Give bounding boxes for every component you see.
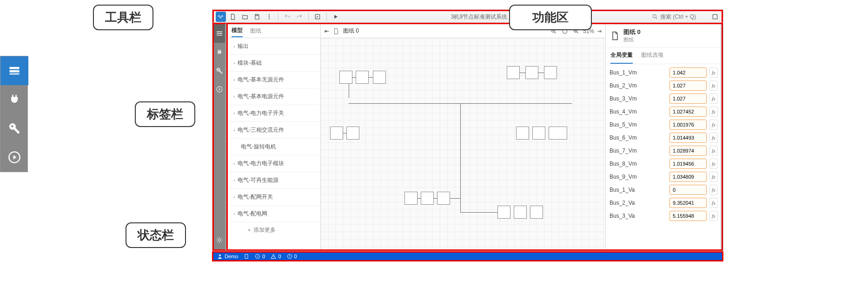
open-file-button[interactable] xyxy=(240,12,250,22)
detached-tab-plug[interactable] xyxy=(0,85,28,114)
prop-value-input[interactable] xyxy=(669,133,707,143)
prop-value-input[interactable] xyxy=(669,94,707,104)
scrollbar[interactable] xyxy=(720,24,723,251)
prop-name: Bus_3_Vm xyxy=(610,95,667,102)
tree-item[interactable]: ›电气-可再生能源 xyxy=(228,172,320,189)
wire xyxy=(349,84,349,98)
vtab-tools[interactable] xyxy=(214,61,225,80)
tree-item[interactable]: ›电气-配网开关 xyxy=(228,189,320,206)
fx-button[interactable]: fx xyxy=(709,80,718,91)
prop-row: Bus_8_Vmfx xyxy=(610,157,718,170)
circuit-block[interactable] xyxy=(356,71,369,84)
tree-item[interactable]: ›电气-基本电源元件 xyxy=(228,88,320,105)
tree-item[interactable]: ›电气-配电网 xyxy=(228,206,320,222)
vtab-settings[interactable] xyxy=(214,231,225,249)
prop-value-input[interactable] xyxy=(669,80,707,91)
circuit-block[interactable] xyxy=(514,206,527,219)
props-tab-options[interactable]: 图纸选项 xyxy=(641,47,663,64)
tree-item[interactable]: ›模块-基础 xyxy=(228,55,320,72)
circuit-block[interactable] xyxy=(516,127,529,140)
search-box[interactable] xyxy=(648,13,710,20)
separator xyxy=(326,13,327,21)
prop-value-input[interactable] xyxy=(669,120,707,130)
circuit-block[interactable] xyxy=(330,127,343,140)
save-button[interactable] xyxy=(252,12,262,22)
canvas-tab-label[interactable]: 图纸 0 xyxy=(343,27,359,35)
status-connection[interactable] xyxy=(244,254,249,259)
tree-add-more[interactable]: ＋ 添加更多 xyxy=(228,222,320,238)
prop-value-input[interactable] xyxy=(669,67,707,78)
prop-value-input[interactable] xyxy=(669,211,707,221)
global-vars-list[interactable]: Bus_1_VmfxBus_2_VmfxBus_3_VmfxBus_4_Vmfx… xyxy=(606,64,722,249)
status-info[interactable]: 0 xyxy=(255,254,265,259)
undo-button[interactable] xyxy=(282,12,292,22)
tree-item[interactable]: ›电气-基本无源元件 xyxy=(228,72,320,88)
status-user[interactable]: Demo xyxy=(217,254,238,259)
vtab-play[interactable] xyxy=(214,80,225,99)
fx-button[interactable]: fx xyxy=(709,172,718,182)
more-menu-button[interactable] xyxy=(264,12,274,22)
model-tree-list[interactable]: ›输出 ›模块-基础 ›电气-基本无源元件 ›电气-基本电源元件 ›电气-电力电… xyxy=(228,38,320,249)
prop-value-input[interactable] xyxy=(669,107,707,117)
tree-item[interactable]: ›电气-电力电子模块 xyxy=(228,155,320,172)
fx-button[interactable]: fx xyxy=(709,107,718,117)
circuit-block[interactable] xyxy=(404,192,417,205)
fullscreen-button[interactable] xyxy=(710,12,720,21)
circuit-block[interactable] xyxy=(530,206,543,219)
dock-left-icon[interactable]: ⇤ xyxy=(325,28,329,34)
server-icon xyxy=(244,254,249,259)
circuit-block[interactable] xyxy=(549,127,567,140)
props-title: 图纸 0 xyxy=(623,28,641,36)
svg-point-6 xyxy=(269,18,270,19)
circuit-block[interactable] xyxy=(339,71,352,84)
wire xyxy=(460,198,461,212)
prop-value-input[interactable] xyxy=(669,172,707,182)
circuit-block[interactable] xyxy=(373,71,386,84)
detached-tab-play[interactable] xyxy=(0,143,28,172)
fx-button[interactable]: fx xyxy=(709,146,718,156)
prop-value-input[interactable] xyxy=(669,146,707,156)
fx-button[interactable]: fx xyxy=(709,133,718,143)
detached-tab-tools[interactable] xyxy=(0,114,28,143)
vtab-model[interactable] xyxy=(214,24,225,43)
circuit-block[interactable] xyxy=(507,66,520,79)
fx-button[interactable]: fx xyxy=(709,67,718,78)
prop-value-input[interactable] xyxy=(669,159,707,169)
search-input[interactable] xyxy=(660,13,707,20)
fx-button[interactable]: fx xyxy=(709,94,718,104)
redo-button[interactable] xyxy=(294,12,305,22)
vtab-plug[interactable] xyxy=(214,43,225,61)
circuit-block[interactable] xyxy=(437,192,450,205)
circuit-block[interactable] xyxy=(532,127,545,140)
props-tab-globals[interactable]: 全局变量 xyxy=(610,47,633,64)
status-user-label: Demo xyxy=(225,254,238,259)
circuit-block[interactable] xyxy=(497,206,510,219)
app-logo[interactable] xyxy=(216,12,226,22)
tree-item[interactable]: 电气-旋转电机 xyxy=(228,139,320,155)
circuit-block[interactable] xyxy=(346,127,359,140)
checklist-button[interactable] xyxy=(312,12,323,22)
tree-item[interactable]: ›输出 xyxy=(228,38,320,55)
tree-item[interactable]: ›电气-三相交流元件 xyxy=(228,122,320,139)
schematic-canvas[interactable] xyxy=(321,38,605,249)
status-error[interactable]: 0 xyxy=(287,254,297,259)
callout-toolbar: 工具栏 xyxy=(93,5,153,30)
prop-value-input[interactable] xyxy=(669,185,707,195)
circuit-block[interactable] xyxy=(525,66,538,79)
new-file-button[interactable] xyxy=(228,12,238,22)
tree-tab-model[interactable]: 模型 xyxy=(232,25,243,37)
fx-button[interactable]: fx xyxy=(709,159,718,169)
fx-button[interactable]: fx xyxy=(709,120,718,130)
tree-tab-sheet[interactable]: 图纸 xyxy=(250,25,261,37)
detached-tab-model[interactable] xyxy=(0,56,28,85)
circuit-block[interactable] xyxy=(421,192,434,205)
fx-button[interactable]: fx xyxy=(709,198,718,208)
tree-item[interactable]: ›电气-电力电子开关 xyxy=(228,105,320,122)
status-warn[interactable]: 0 xyxy=(271,254,281,259)
prop-value-input[interactable] xyxy=(669,198,707,208)
fx-button[interactable]: fx xyxy=(709,185,718,195)
run-button[interactable] xyxy=(331,12,341,22)
fx-button[interactable]: fx xyxy=(709,211,718,221)
dock-right-icon[interactable]: ⇥ xyxy=(597,28,602,34)
circuit-block[interactable] xyxy=(544,66,557,79)
